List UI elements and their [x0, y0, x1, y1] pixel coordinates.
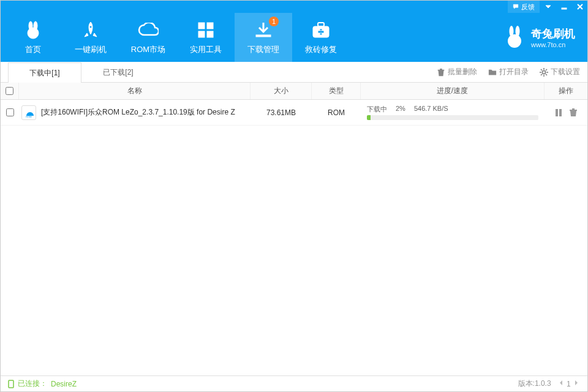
close-button[interactable]: [573, 1, 587, 13]
download-tabs: 下载中[1] 已下载[2]: [8, 62, 155, 82]
table-body: ROM [支持160WIFI]乐众ROM LeZo_2.3.7_1.10.19版…: [1, 100, 587, 375]
col-name: 名称: [19, 83, 251, 99]
svg-rect-13: [318, 31, 324, 33]
connected-label: 已连接：: [18, 379, 47, 389]
row-name: [支持160WIFI]乐众ROM LeZo_2.3.7_1.10.19版 for…: [41, 107, 235, 118]
row-checkbox[interactable]: [6, 108, 14, 116]
feedback-label: 反馈: [521, 2, 535, 12]
nav-rom-market-label: ROM市场: [131, 44, 165, 55]
grid-icon: [198, 20, 214, 40]
download-settings-button[interactable]: 下载设置: [540, 67, 580, 77]
titlebar: 反馈: [1, 1, 587, 13]
medkit-icon: [312, 20, 330, 40]
version-label: 版本:1.0.3: [518, 379, 551, 389]
svg-rect-19: [556, 109, 558, 116]
svg-rect-11: [318, 23, 324, 26]
open-folder-button[interactable]: 打开目录: [488, 67, 529, 77]
minimize-button[interactable]: [557, 1, 571, 13]
svg-rect-9: [256, 35, 271, 37]
header-nav: 首页 一键刷机 ROM市场 实用工具 1 下载管理: [1, 13, 587, 62]
nav-home-label: 首页: [25, 44, 41, 55]
col-ops: 操作: [545, 83, 587, 99]
page-number: 1: [567, 380, 571, 388]
svg-point-17: [542, 70, 545, 74]
svg-rect-5: [198, 23, 205, 29]
progress-fill: [367, 115, 371, 120]
svg-point-3: [28, 28, 39, 39]
nav-flash[interactable]: 一键刷机: [62, 13, 119, 62]
rabbit-icon: [24, 20, 42, 40]
svg-rect-21: [9, 380, 13, 388]
tab-downloaded[interactable]: 已下载[2]: [81, 62, 155, 82]
statusbar: 已连接： DesireZ 版本:1.0.3 1: [1, 375, 587, 391]
feedback-button[interactable]: 反馈: [508, 1, 540, 13]
download-settings-label: 下载设置: [551, 67, 580, 77]
nav-rom-market[interactable]: ROM市场: [119, 13, 177, 62]
tab-downloading[interactable]: 下载中[1]: [8, 62, 81, 83]
brand-name: 奇兔刷机: [531, 26, 575, 41]
svg-rect-7: [198, 31, 205, 37]
col-size: 大小: [251, 83, 312, 99]
brand: 奇兔刷机 www.7to.cn: [504, 25, 584, 50]
table-row: ROM [支持160WIFI]乐众ROM LeZo_2.3.7_1.10.19版…: [1, 100, 587, 126]
svg-text:ROM: ROM: [26, 115, 31, 118]
brand-url: www.7to.cn: [531, 41, 565, 48]
row-status: 下载中: [367, 105, 387, 114]
svg-rect-20: [559, 109, 562, 116]
cloud-icon: [138, 20, 159, 40]
svg-rect-8: [207, 31, 213, 37]
svg-rect-6: [207, 23, 213, 29]
nav-tools-label: 实用工具: [190, 44, 222, 55]
close-icon: [577, 4, 583, 10]
nav-flash-label: 一键刷机: [75, 44, 107, 55]
col-type: 类型: [312, 83, 361, 99]
row-speed: 546.7 KB/S: [414, 105, 448, 114]
svg-point-4: [89, 26, 92, 28]
delete-icon[interactable]: [569, 108, 578, 117]
pager: 1: [557, 379, 580, 388]
pause-icon[interactable]: [554, 108, 563, 117]
nav-download-label: 下载管理: [247, 44, 279, 55]
caret-down-icon: [545, 4, 551, 10]
subactions: 批量删除 打开目录 下载设置: [437, 62, 580, 82]
nav-rescue-label: 救砖修复: [305, 44, 337, 55]
nav-download-manager[interactable]: 1 下载管理: [235, 13, 292, 62]
gear-icon: [540, 68, 548, 77]
progress-bar: [367, 115, 538, 120]
rom-file-icon: ROM: [21, 105, 36, 120]
folder-icon: [488, 68, 497, 77]
minimize-icon: [561, 4, 567, 10]
subbar: 下载中[1] 已下载[2] 批量删除 打开目录 下载设置: [1, 62, 587, 83]
row-percent: 2%: [396, 105, 405, 114]
nav-home[interactable]: 首页: [4, 13, 62, 62]
next-icon[interactable]: [573, 379, 580, 386]
brand-logo-icon: [504, 25, 525, 50]
rocket-icon: [82, 20, 99, 40]
speech-icon: [513, 4, 519, 10]
select-all-checkbox[interactable]: [6, 87, 13, 95]
app-window: 反馈 首页 一键刷机 ROM市场: [0, 0, 588, 392]
table-header: 名称 大小 类型 进度/速度 操作: [1, 83, 587, 100]
col-progress: 进度/速度: [361, 83, 545, 99]
trash-icon: [437, 68, 445, 77]
prev-icon[interactable]: [557, 379, 565, 386]
batch-delete-button[interactable]: 批量删除: [437, 67, 477, 77]
svg-point-16: [508, 34, 521, 48]
row-size: 73.61MB: [251, 108, 312, 117]
download-badge: 1: [269, 17, 279, 26]
dropdown-button[interactable]: [541, 1, 556, 13]
batch-delete-label: 批量删除: [448, 67, 477, 77]
nav-tools[interactable]: 实用工具: [177, 13, 235, 62]
phone-icon: [8, 380, 14, 388]
row-type: ROM: [312, 108, 361, 117]
connected-device: DesireZ: [51, 380, 77, 388]
open-folder-label: 打开目录: [499, 67, 529, 77]
nav-rescue[interactable]: 救砖修复: [292, 13, 350, 62]
svg-rect-0: [562, 8, 567, 9]
